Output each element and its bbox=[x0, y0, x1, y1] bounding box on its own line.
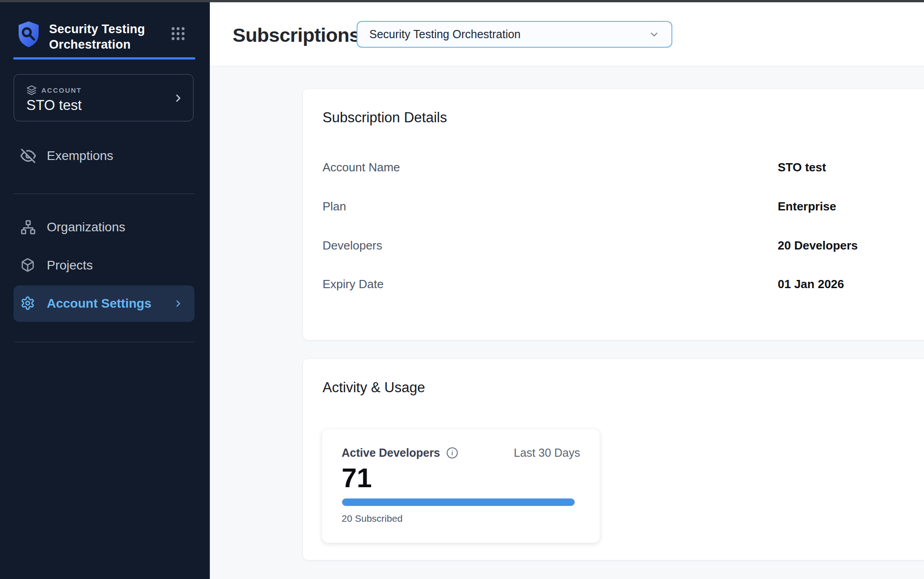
sidebar-item-label: Projects bbox=[47, 258, 93, 273]
detail-row-developers: Developers 20 Developers bbox=[303, 239, 924, 254]
detail-value: 20 Developers bbox=[778, 239, 858, 253]
active-developers-count: 71 bbox=[342, 464, 372, 493]
sto-shield-logo-icon bbox=[17, 21, 40, 48]
active-developers-progress-track bbox=[342, 498, 575, 506]
active-developers-label: Active Developers bbox=[342, 446, 440, 459]
sidebar-item-organizations[interactable]: Organizations bbox=[14, 209, 194, 245]
sidebar-item-label: Organizations bbox=[47, 220, 125, 235]
org-chart-icon bbox=[20, 220, 36, 235]
active-developers-stat-card: Active Developers Last 30 Days 71 20 Sub… bbox=[322, 429, 600, 543]
module-select-dropdown[interactable]: Security Testing Orchestration bbox=[357, 21, 672, 48]
gear-icon bbox=[20, 296, 36, 311]
sidebar-item-account-settings[interactable]: Account Settings bbox=[14, 285, 194, 322]
detail-label: Account Name bbox=[323, 160, 400, 175]
detail-row-plan: Plan Enterprise bbox=[303, 200, 924, 215]
subscription-details-card: Subscription Details Account Name STO te… bbox=[303, 89, 924, 340]
layers-icon bbox=[26, 85, 37, 95]
page-header: Subscriptions Security Testing Orchestra… bbox=[210, 2, 924, 66]
stat-period-label: Last 30 Days bbox=[514, 446, 580, 459]
activity-usage-card: Activity & Usage Active Developers Last … bbox=[303, 359, 924, 560]
detail-value: 01 Jan 2026 bbox=[778, 277, 844, 291]
detail-value: Enterprise bbox=[778, 200, 836, 214]
detail-row-expiry-date: Expiry Date 01 Jan 2026 bbox=[303, 277, 924, 293]
detail-label: Plan bbox=[323, 200, 346, 214]
module-select-value: Security Testing Orchestration bbox=[369, 28, 521, 41]
sidebar-item-projects[interactable]: Projects bbox=[14, 247, 194, 284]
app-window: Security Testing Orchestration AC bbox=[0, 0, 924, 579]
sidebar-item-label: Exemptions bbox=[47, 149, 113, 163]
module-accent-underline bbox=[13, 57, 195, 60]
sidebar-item-label: Account Settings bbox=[47, 296, 151, 311]
sidebar: Security Testing Orchestration AC bbox=[0, 2, 210, 579]
detail-label: Developers bbox=[323, 239, 383, 253]
account-name: STO test bbox=[26, 97, 82, 114]
active-developers-progress-fill bbox=[342, 499, 575, 506]
sidebar-divider bbox=[14, 194, 194, 194]
detail-row-account-name: Account Name STO test bbox=[303, 160, 924, 176]
eye-off-icon bbox=[20, 148, 36, 164]
sidebar-divider bbox=[14, 342, 194, 342]
chevron-right-icon bbox=[173, 93, 183, 103]
chevron-right-icon bbox=[174, 299, 183, 308]
product-title: Security Testing Orchestration bbox=[49, 21, 145, 52]
chevron-down-icon bbox=[649, 29, 660, 40]
subscribed-count-label: 20 Subscribed bbox=[342, 513, 402, 524]
page-title: Subscriptions bbox=[233, 24, 360, 46]
sidebar-item-exemptions[interactable]: Exemptions bbox=[14, 138, 194, 174]
cube-icon bbox=[20, 258, 36, 273]
subscription-details-title: Subscription Details bbox=[323, 109, 447, 126]
activity-usage-title: Activity & Usage bbox=[323, 379, 425, 396]
info-icon[interactable] bbox=[446, 447, 458, 459]
account-scope-label: ACCOUNT bbox=[41, 86, 82, 94]
account-scope-card[interactable]: ACCOUNT STO test bbox=[14, 74, 194, 121]
detail-label: Expiry Date bbox=[323, 277, 383, 291]
detail-value: STO test bbox=[778, 160, 826, 175]
module-switcher-grid-icon[interactable] bbox=[171, 26, 185, 41]
